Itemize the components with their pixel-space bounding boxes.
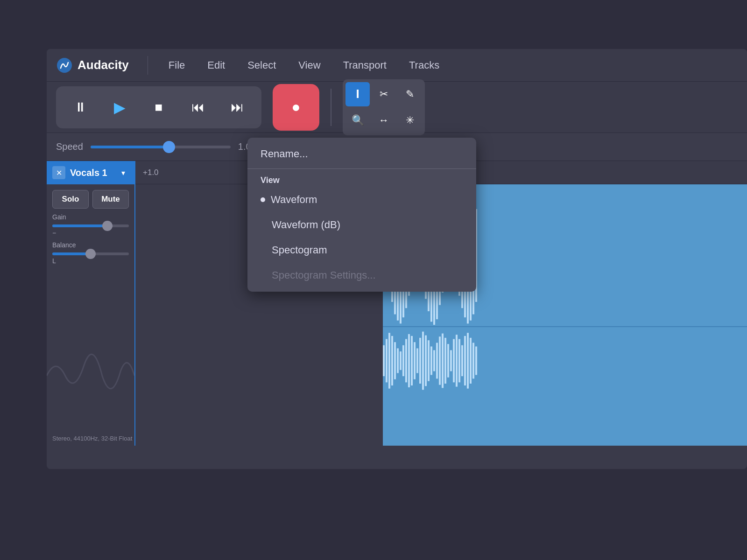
svg-rect-61 (453, 339, 455, 383)
cut-icon: ✂ (380, 88, 388, 100)
context-spectogram[interactable]: Spectogram (247, 238, 476, 263)
context-view-section: View (247, 171, 476, 187)
gain-minus: − (52, 229, 129, 237)
stop-icon: ■ (155, 100, 163, 115)
resize-tool-button[interactable]: ↔ (372, 108, 396, 133)
track-dropdown-button[interactable]: ▾ (118, 167, 129, 178)
speed-slider-fill (91, 146, 169, 148)
menu-select[interactable]: Select (236, 56, 287, 75)
svg-rect-54 (433, 350, 435, 371)
app-logo: Audacity (56, 57, 129, 74)
tool-grid: I ✂ ✎ 🔍 ↔ ✳ (343, 79, 425, 135)
svg-rect-38 (388, 333, 390, 388)
gain-row: Gain − (52, 213, 129, 237)
svg-rect-60 (450, 350, 452, 371)
text-tool-button[interactable]: I (345, 82, 370, 106)
speed-label: Speed (56, 141, 83, 152)
app-window: Audacity File Edit Select View Transport… (47, 49, 747, 469)
track-name: Vocals 1 (70, 168, 113, 178)
svg-rect-59 (447, 344, 449, 378)
transport-controls: ⏸ ▶ ■ ⏮ ⏭ (56, 86, 261, 128)
menu-divider (148, 56, 148, 75)
menu-view[interactable]: View (287, 56, 331, 75)
svg-rect-52 (428, 340, 430, 381)
svg-rect-65 (464, 336, 466, 385)
stop-button[interactable]: ■ (140, 90, 177, 125)
track-close-button[interactable]: ✕ (52, 166, 65, 179)
context-rename[interactable]: Rename... (247, 141, 476, 167)
balance-row: Balance L (52, 241, 129, 265)
speed-slider-thumb[interactable] (163, 141, 175, 153)
menu-transport[interactable]: Transport (332, 56, 398, 75)
balance-slider[interactable] (52, 252, 129, 255)
speed-slider[interactable] (91, 146, 231, 148)
svg-rect-49 (419, 338, 421, 384)
svg-rect-41 (397, 348, 399, 373)
play-button[interactable]: ▶ (101, 90, 138, 125)
context-separator (247, 168, 476, 169)
menu-bar: Audacity File Edit Select View Transport… (47, 49, 747, 82)
record-button[interactable]: ● (273, 84, 319, 131)
skip-back-button[interactable]: ⏮ (179, 90, 217, 125)
zoom-tool-button[interactable]: 🔍 (345, 108, 370, 133)
solo-button[interactable]: Solo (52, 190, 89, 209)
multi-tool-button[interactable]: ✳ (398, 108, 422, 133)
svg-rect-57 (442, 334, 444, 388)
svg-rect-67 (470, 338, 472, 384)
resize-icon: ↔ (379, 114, 389, 126)
svg-rect-48 (416, 348, 418, 373)
svg-rect-62 (456, 335, 458, 386)
skip-forward-icon: ⏭ (231, 99, 244, 115)
gain-slider[interactable] (52, 224, 129, 227)
active-bullet (261, 197, 265, 202)
audacity-logo-icon (56, 57, 73, 74)
svg-rect-56 (439, 336, 441, 385)
asterisk-icon: ✳ (406, 114, 414, 126)
cut-tool-button[interactable]: ✂ (372, 82, 396, 106)
svg-rect-36 (383, 345, 385, 376)
menu-file[interactable]: File (157, 56, 196, 75)
pause-button[interactable]: ⏸ (62, 90, 99, 125)
context-waveform-db[interactable]: Waveform (dB) (247, 212, 476, 238)
svg-rect-55 (436, 343, 438, 378)
chevron-down-icon: ▾ (121, 169, 125, 177)
context-menu: Rename... View Waveform Waveform (dB) Sp… (247, 138, 476, 292)
text-cursor-icon: I (356, 87, 359, 101)
app-name: Audacity (78, 58, 129, 72)
close-icon: ✕ (56, 168, 62, 177)
svg-rect-64 (461, 345, 463, 376)
draw-tool-button[interactable]: ✎ (398, 82, 422, 106)
svg-rect-66 (467, 333, 469, 388)
context-spectogram-settings[interactable]: Spectogram Settings... (247, 263, 476, 288)
svg-rect-68 (472, 343, 474, 378)
svg-rect-69 (475, 346, 477, 375)
track-controls: Solo Mute Gain − Balance (47, 184, 134, 270)
mute-button[interactable]: Mute (92, 190, 129, 209)
svg-rect-50 (422, 332, 424, 390)
skip-forward-button[interactable]: ⏭ (218, 90, 256, 125)
svg-rect-51 (425, 336, 427, 386)
svg-rect-37 (386, 339, 388, 383)
track-background-waveform (47, 329, 134, 422)
toolbar: ⏸ ▶ ■ ⏮ ⏭ ● I ✂ (47, 82, 747, 133)
svg-rect-53 (430, 346, 432, 375)
svg-rect-46 (411, 336, 413, 385)
gain-label: Gain (52, 213, 129, 221)
svg-rect-44 (405, 339, 407, 383)
toolbar-separator (331, 89, 331, 126)
context-waveform[interactable]: Waveform (247, 187, 476, 212)
context-waveform-db-label: Waveform (dB) (272, 219, 340, 231)
pause-icon: ⏸ (74, 99, 87, 115)
context-spectogram-settings-label: Spectogram Settings... (272, 269, 376, 281)
gain-slider-thumb[interactable] (102, 221, 113, 231)
menu-edit[interactable]: Edit (196, 56, 236, 75)
zoom-icon: 🔍 (352, 114, 364, 126)
menu-tracks[interactable]: Tracks (398, 56, 451, 75)
gain-fill (52, 224, 107, 227)
play-icon: ▶ (114, 98, 126, 116)
skip-back-icon: ⏮ (191, 99, 204, 115)
track-title-bar: ✕ Vocals 1 ▾ (47, 161, 134, 184)
svg-rect-42 (400, 351, 402, 370)
pencil-icon: ✎ (406, 88, 414, 100)
balance-slider-thumb[interactable] (85, 249, 96, 259)
